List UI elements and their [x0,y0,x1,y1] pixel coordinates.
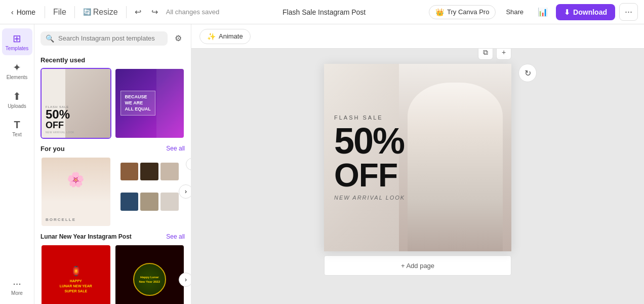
sidebar-item-text[interactable]: T Text [2,115,32,141]
canvas-toolbar: ✨ Animate [191,24,644,49]
divider [45,6,45,18]
template-swatches[interactable] [114,157,185,227]
share-button[interactable]: Share [500,5,530,19]
copy-canvas-button[interactable]: ⧉ [478,49,493,60]
canva-pro-button[interactable]: 👑 Try Canva Pro [429,5,496,19]
template-because-equal[interactable]: BECAUSEWE AREALL EQUAL [114,68,185,139]
animate-button[interactable]: ✨ Animate [199,29,251,44]
lunar-section-header: Lunar New Year Instagram Post See all [41,233,185,240]
flash-sale-label: FLASH SALE [334,115,405,121]
copy-icon: ⧉ [483,49,488,57]
text-label: Text [12,132,21,137]
more-options-button[interactable]: ··· [619,3,638,21]
canvas-scroll[interactable]: ⧉ + ↻ [191,49,644,304]
resize-icon: 🔄 [83,8,91,16]
lunar-next-arrow[interactable]: › [179,273,191,287]
swatch-4 [120,193,139,211]
uploads-icon: ⬆ [13,90,21,102]
canvas-top-actions: ⧉ + [478,49,511,60]
for-you-grid: 🌸 BORCELLE [41,157,185,227]
more-label: More [11,290,23,296]
recently-used-grid: FLASH SALE 50% OFF NEW ARRIVAL LOOK BECA… [41,68,185,139]
add-page-label: + Add page [401,262,434,270]
filter-button[interactable]: ⚙ [172,30,185,46]
divider [126,6,127,18]
document-title: Flash Sale Instagram Post [223,8,425,16]
analytics-icon: 📊 [538,8,548,16]
animate-label: Animate [219,32,243,40]
more-icon: ··· [13,278,21,289]
crown-icon: 👑 [435,8,444,16]
swatch-3 [160,163,179,181]
elements-label: Elements [7,74,28,80]
templates-panel: 🔍 ⚙ Recently used FLASH SALE 50% [34,24,191,304]
save-status: All changes saved [166,8,220,16]
canvas-wrapper: ⧉ + ↻ [324,64,511,276]
sidebar-item-uploads[interactable]: ⬆ Uploads [2,86,32,113]
sidebar: ⊞ Templates ✦ Elements ⬆ Uploads T Text … [0,24,34,304]
undo-button[interactable]: ↩ [131,4,145,20]
design-text-overlay: FLASH SALE 50% OFF NEW ARRIVAL LOOK [334,115,405,201]
template-lunar-dark[interactable]: Happy LunarNew Year 2022 [114,244,185,304]
undo-icon: ↩ [135,8,141,16]
template-lunar-red[interactable]: 🏮 HAPPYLUNAR NEW YEARSUPER SALE [41,244,111,304]
design-off[interactable]: OFF [334,159,405,192]
swatch-1 [120,163,139,181]
model-silhouette [399,64,511,251]
swatch-5 [140,193,158,211]
templates-label: Templates [6,46,29,51]
model-body [408,83,503,251]
swatch-2 [140,163,158,181]
home-label: Home [17,8,35,16]
for-you-section-header: For you See all [41,145,185,153]
analytics-button[interactable]: 📊 [534,4,552,20]
filter-icon: ⚙ [175,34,182,43]
text-icon: T [14,119,20,131]
canvas-area: ✨ Animate ⧉ + ↻ [191,24,644,304]
chevron-left-icon: ‹ [11,8,14,16]
sidebar-item-templates[interactable]: ⊞ Templates [2,28,32,55]
download-icon: ⬇ [564,8,570,16]
design-arrival: NEW ARRIVAL LOOK [334,195,405,201]
uploads-label: Uploads [8,103,26,109]
sidebar-item-elements[interactable]: ✦ Elements [2,57,32,84]
for-you-title: For you [41,145,65,153]
templates-icon: ⊞ [13,32,21,45]
topbar-left: ‹ Home File 🔄 Resize ↩ ↪ All changes sav… [6,4,219,20]
lunar-see-all[interactable]: See all [166,233,185,240]
search-bar: 🔍 ⚙ [34,24,191,50]
resize-label: Resize [93,8,118,17]
add-canvas-button[interactable]: + [496,49,511,60]
design-canvas[interactable]: FLASH SALE 50% OFF NEW ARRIVAL LOOK [324,64,511,251]
lunar-title: Lunar New Year Instagram Post [41,233,132,240]
animate-icon: ✨ [207,32,216,41]
download-button[interactable]: ⬇ Download [556,4,615,20]
topbar-right: 👑 Try Canva Pro Share 📊 ⬇ Download ··· [429,3,638,21]
file-button[interactable]: File [49,5,70,20]
add-page-bar[interactable]: + Add page [324,255,511,276]
divider [74,6,75,18]
design-model-area: FLASH SALE 50% OFF NEW ARRIVAL LOOK [324,64,511,251]
sidebar-item-more[interactable]: ··· More [2,274,32,300]
for-you-see-all[interactable]: See all [166,145,185,152]
design-percent[interactable]: 50% [334,123,405,159]
resize-button[interactable]: 🔄 Resize [79,5,122,20]
home-button[interactable]: ‹ Home [6,5,41,19]
search-input[interactable] [58,34,163,42]
main-area: ⊞ Templates ✦ Elements ⬆ Uploads T Text … [0,24,644,304]
model-area [399,64,511,251]
for-you-next-arrow[interactable]: › [179,184,191,199]
add-icon: + [502,49,506,56]
redo-button[interactable]: ↪ [147,4,162,20]
redo-icon: ↪ [151,8,158,16]
file-label: File [53,8,66,16]
refresh-button[interactable]: ↻ [518,64,537,82]
templates-scroll: Recently used FLASH SALE 50% OFF NEW ARR… [34,50,191,304]
swatch-6 [160,193,179,211]
template-flash-sale[interactable]: FLASH SALE 50% OFF NEW ARRIVAL LOOK [41,68,111,139]
template-borcelle[interactable]: 🌸 BORCELLE [41,157,111,227]
lunar-grid: 🏮 HAPPYLUNAR NEW YEARSUPER SALE Happy Lu… [41,244,185,304]
download-label: Download [573,8,607,16]
topbar: ‹ Home File 🔄 Resize ↩ ↪ All changes sav… [0,0,644,24]
canva-pro-label: Try Canva Pro [447,8,489,16]
